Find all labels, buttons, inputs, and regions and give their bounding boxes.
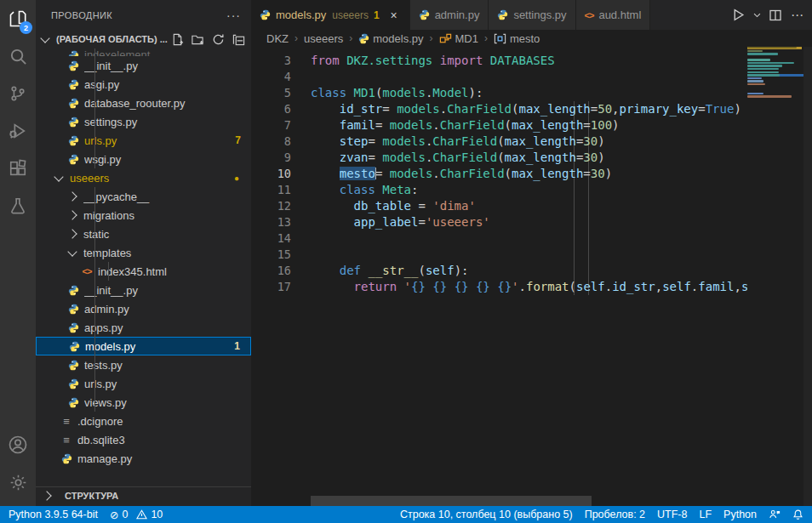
- explorer-badge: 2: [20, 21, 32, 34]
- workspace-section-header[interactable]: (РАБОЧАЯ ОБЛАСТЬ) ...: [36, 30, 251, 48]
- tree-folder-migrations[interactable]: migrations: [36, 206, 251, 225]
- outline-section-header[interactable]: СТРУКТУРА: [36, 486, 251, 504]
- breadcrumb-item-models-py[interactable]: models.py: [358, 32, 423, 45]
- code-text: def __str__(self):: [311, 263, 468, 279]
- code-line-17[interactable]: 17 return '{} {} {} {} {}'.format(self.i…: [251, 279, 748, 295]
- code-line-11[interactable]: 11 class Meta:: [251, 182, 748, 198]
- breadcrumb-item-useeers[interactable]: useeers: [304, 32, 343, 45]
- code-line-8[interactable]: 8 step= models.CharField(max_length=30): [251, 134, 748, 150]
- activity-run-debug[interactable]: [0, 112, 36, 150]
- status-notifications[interactable]: [792, 509, 803, 520]
- activity-explorer[interactable]: 2: [0, 0, 36, 37]
- activity-testing[interactable]: [0, 187, 36, 225]
- horizontal-scrollbar[interactable]: [311, 496, 592, 506]
- status-indentation[interactable]: Пробелов: 2: [585, 509, 645, 520]
- tree-item-label: wsgi.py: [84, 153, 251, 166]
- tree-item-urls-py[interactable]: urls.py7: [36, 131, 251, 150]
- warning-count: 10: [151, 509, 163, 520]
- tree-item-settings-py[interactable]: settings.py: [36, 112, 251, 131]
- tree-item-asgi-py[interactable]: asgi.py: [36, 75, 251, 94]
- class-icon: [439, 32, 452, 45]
- minimap[interactable]: [747, 47, 803, 506]
- breadcrumb-label: models.py: [373, 32, 423, 45]
- code-line-7[interactable]: 7 famil= models.CharField(max_length=100…: [251, 117, 748, 134]
- status-problems[interactable]: ⊘010: [110, 509, 163, 521]
- code-line-12[interactable]: 12 db_table = 'dima': [251, 198, 748, 214]
- code-line-16[interactable]: 16 def __str__(self):: [251, 263, 748, 279]
- tab-settings-py[interactable]: settings.py: [489, 0, 575, 30]
- tree-folder--pycache-[interactable]: __pycache__: [36, 187, 251, 206]
- activity-account[interactable]: [0, 426, 36, 463]
- breadcrumb-item-dkz[interactable]: DKZ: [266, 32, 289, 45]
- code-editor[interactable]: 3from DKZ.settings import DATABASES45cla…: [251, 47, 812, 506]
- tree-item-tests-py[interactable]: tests.py: [36, 355, 251, 374]
- code-line-15[interactable]: 15: [251, 247, 748, 263]
- tree-item-database-roouter-py[interactable]: database_roouter.py: [36, 94, 251, 112]
- status-python-interpreter[interactable]: Python 3.9.5 64-bit: [9, 509, 98, 520]
- status-feedback[interactable]: [769, 509, 781, 520]
- tree-item-admin-py[interactable]: admin.py: [36, 299, 251, 318]
- activity-search[interactable]: [0, 37, 36, 75]
- overview-ruler: [803, 47, 812, 506]
- close-icon[interactable]: ×: [387, 9, 401, 22]
- collapse-all-button[interactable]: [231, 31, 246, 47]
- tree-item--init-py[interactable]: __init__.py: [36, 281, 251, 299]
- python-icon: [69, 341, 80, 352]
- line-number: 13: [251, 214, 291, 230]
- refresh-button[interactable]: [210, 31, 226, 47]
- run-python-file-button[interactable]: [729, 5, 747, 26]
- problems-count-badge: 7: [235, 134, 241, 146]
- status-cursor-position[interactable]: Строка 10, столбец 10 (выбрано 5): [400, 509, 573, 520]
- tree-item--init-py[interactable]: __init__.py: [36, 56, 251, 75]
- split-editor-button[interactable]: [766, 5, 785, 26]
- tree-folder-useeers[interactable]: useeers●: [36, 168, 251, 187]
- code-line-9[interactable]: 9 zvan= models.CharField(max_length=30): [251, 150, 748, 166]
- activity-extensions[interactable]: [0, 150, 36, 187]
- code-line-10[interactable]: 10 mesto= models.CharField(max_length=30…: [251, 166, 748, 182]
- activity-source-control[interactable]: [0, 75, 36, 112]
- tab-aud-html[interactable]: <>aud.html: [576, 0, 651, 30]
- breadcrumb-label: mesto: [510, 32, 540, 45]
- html-icon: <>: [83, 266, 92, 276]
- code-line-14[interactable]: 14: [251, 230, 748, 247]
- tree-item-models-py[interactable]: models.py1: [36, 337, 251, 355]
- breadcrumb-item-md1[interactable]: MD1: [439, 32, 478, 45]
- line-number: 6: [251, 101, 291, 117]
- tree-item-indexelement[interactable]: indexelement: [36, 48, 251, 56]
- refresh-icon: [212, 33, 225, 46]
- tree-item-apps-py[interactable]: apps.py: [36, 318, 251, 337]
- status-encoding[interactable]: UTF-8: [657, 509, 687, 520]
- more-actions-button[interactable]: ⋯: [788, 5, 807, 26]
- explorer-more-actions-icon[interactable]: ···: [226, 9, 241, 22]
- tree-item-wsgi-py[interactable]: wsgi.py: [36, 150, 251, 168]
- status-eol[interactable]: LF: [699, 509, 712, 520]
- tree-folder-templates[interactable]: templates: [36, 243, 251, 262]
- new-folder-button[interactable]: [190, 31, 205, 47]
- tree-item-db-sqlite3[interactable]: ≡db.sqlite3: [36, 430, 251, 449]
- activity-settings-gear[interactable]: [0, 463, 36, 501]
- breadcrumb-label: DKZ: [266, 32, 289, 45]
- tree-folder-static[interactable]: static: [36, 225, 251, 243]
- code-line-5[interactable]: 5class MD1(models.Model):: [251, 85, 748, 101]
- tree-item-urls-py[interactable]: urls.py: [36, 374, 251, 393]
- code-text: class Meta:: [311, 182, 418, 198]
- breadcrumb-label: useeers: [304, 32, 343, 45]
- tab-description: useeers: [332, 9, 369, 21]
- tab-admin-py[interactable]: admin.py: [410, 0, 489, 30]
- code-line-4[interactable]: 4: [251, 69, 748, 85]
- tree-item--dcignore[interactable]: ≡.dcignore: [36, 412, 251, 430]
- run-dropdown-chevron-button[interactable]: [751, 5, 763, 26]
- chevron-right-icon: [67, 210, 77, 219]
- status-language-mode[interactable]: Python: [723, 509, 757, 520]
- code-line-13[interactable]: 13 app_label='useeers': [251, 214, 748, 230]
- line-number: 12: [251, 198, 291, 214]
- tree-item-index345-html[interactable]: <>index345.html: [36, 262, 251, 281]
- new-file-button[interactable]: [169, 31, 185, 47]
- tree-item-views-py[interactable]: views.py: [36, 393, 251, 412]
- tree-item-manage-py[interactable]: manage.py: [36, 449, 251, 468]
- code-line-6[interactable]: 6 id_str= models.CharField(max_length=50…: [251, 101, 748, 117]
- code-line-3[interactable]: 3from DKZ.settings import DATABASES: [251, 53, 748, 69]
- tab-models-py[interactable]: models.pyuseeers1×: [251, 0, 410, 30]
- breadcrumb-item-mesto[interactable]: mesto: [494, 32, 540, 45]
- bell-icon: [792, 509, 803, 520]
